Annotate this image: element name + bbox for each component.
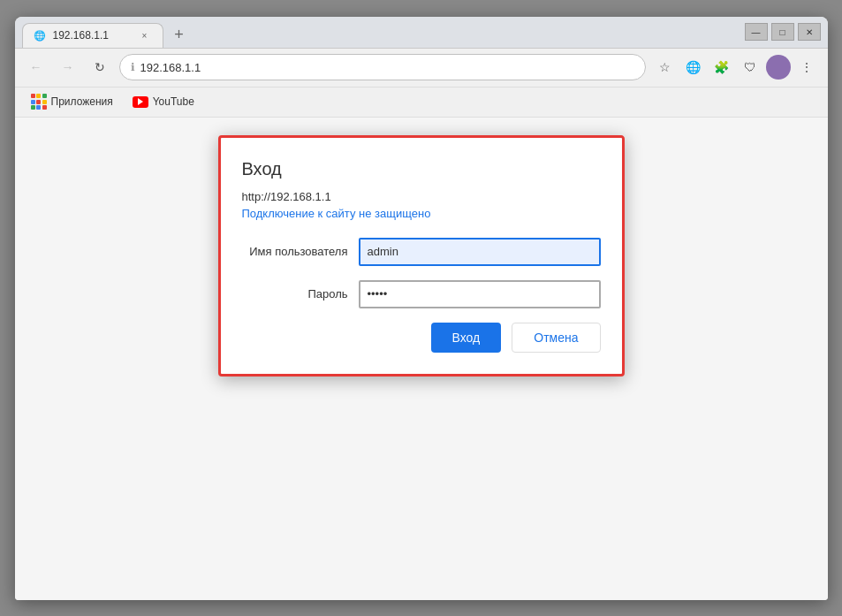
- tab-strip: 🌐 192.168.1.1 × +: [22, 17, 740, 48]
- bookmarks-bar: Приложения YouTube: [15, 87, 828, 118]
- tab-close-button[interactable]: ×: [138, 28, 152, 42]
- back-button[interactable]: ←: [24, 55, 49, 80]
- login-button[interactable]: Вход: [431, 323, 502, 353]
- shield-button[interactable]: 🛡: [738, 55, 762, 80]
- address-bar[interactable]: ℹ 192.168.1.1: [119, 54, 646, 80]
- tab-favicon: 🌐: [34, 30, 46, 42]
- dialog-url: http://192.168.1.1: [242, 190, 601, 203]
- window-controls: — □ ✕: [745, 23, 821, 41]
- extension-button[interactable]: 🧩: [709, 55, 734, 80]
- username-row: Имя пользователя: [242, 238, 601, 266]
- dialog-warning: Подключение к сайту не защищено: [242, 207, 601, 220]
- apps-bookmark[interactable]: Приложения: [26, 90, 118, 113]
- toolbar-actions: ☆ 🌐 🧩 🛡 ⋮: [653, 55, 819, 80]
- security-icon: ℹ: [131, 61, 135, 73]
- page-content: Вход http://192.168.1.1 Подключение к са…: [15, 118, 828, 600]
- password-label: Пароль: [242, 287, 348, 300]
- maximize-button[interactable]: □: [771, 23, 794, 41]
- reload-button[interactable]: ↻: [87, 55, 112, 80]
- youtube-play-icon: [138, 98, 143, 105]
- active-tab[interactable]: 🌐 192.168.1.1 ×: [22, 23, 163, 48]
- new-tab-button[interactable]: +: [167, 23, 192, 48]
- youtube-bookmark[interactable]: YouTube: [127, 92, 200, 111]
- youtube-icon: [133, 96, 148, 108]
- dialog-title: Вход: [242, 159, 601, 179]
- apps-icon: [31, 94, 47, 110]
- password-row: Пароль: [242, 280, 601, 308]
- username-label: Имя пользователя: [242, 245, 348, 258]
- toolbar: ← → ↻ ℹ 192.168.1.1 ☆ 🌐 🧩 🛡 ⋮: [15, 49, 828, 87]
- apps-label: Приложения: [51, 95, 113, 108]
- username-input[interactable]: [359, 238, 601, 266]
- tab-title: 192.168.1.1: [53, 29, 109, 42]
- address-text: 192.168.1.1: [140, 61, 201, 74]
- profile-avatar[interactable]: [766, 55, 791, 80]
- cancel-button[interactable]: Отмена: [512, 323, 600, 353]
- menu-button[interactable]: ⋮: [794, 55, 819, 80]
- browser-window: 🌐 192.168.1.1 × + — □ ✕ ← → ↻ ℹ 192.168.…: [15, 17, 828, 600]
- bookmark-button[interactable]: ☆: [653, 55, 678, 80]
- forward-button[interactable]: →: [56, 55, 80, 80]
- minimize-button[interactable]: —: [745, 23, 768, 41]
- login-dialog: Вход http://192.168.1.1 Подключение к са…: [218, 135, 625, 376]
- youtube-label: YouTube: [153, 95, 194, 108]
- globe-icon-btn[interactable]: 🌐: [681, 55, 706, 80]
- close-button[interactable]: ✕: [798, 23, 821, 41]
- title-bar: 🌐 192.168.1.1 × + — □ ✕: [15, 17, 828, 49]
- dialog-overlay: Вход http://192.168.1.1 Подключение к са…: [15, 118, 828, 600]
- password-input[interactable]: [359, 280, 601, 308]
- dialog-buttons: Вход Отмена: [242, 323, 601, 353]
